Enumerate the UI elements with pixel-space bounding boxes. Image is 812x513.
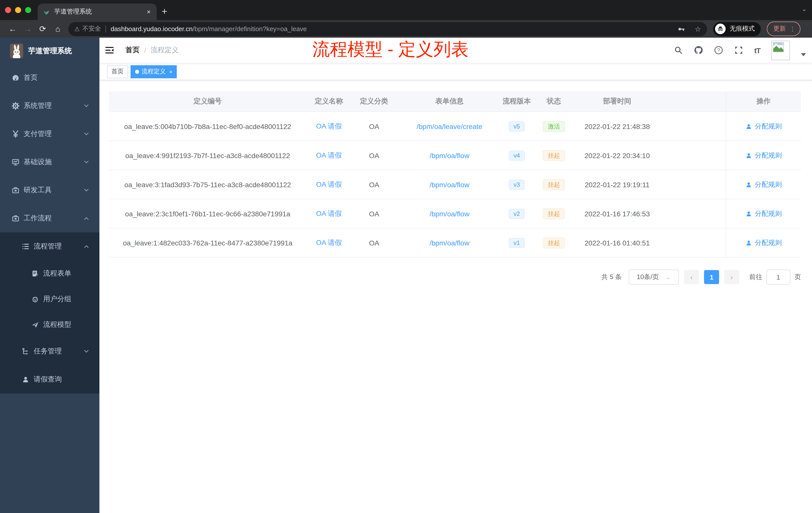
password-key-icon[interactable] (678, 25, 686, 33)
chevron-icon (83, 243, 89, 249)
filler-cell (658, 170, 726, 199)
menu-item-icon (22, 242, 30, 250)
home-button[interactable]: ⌂ (50, 24, 65, 33)
menu-item-label: 基础设施 (24, 158, 52, 167)
sidebar-menu-item[interactable]: 任务管理 (0, 337, 99, 365)
bookmark-star-icon[interactable]: ☆ (695, 25, 701, 33)
filler-cell (658, 141, 726, 170)
tab-close-icon[interactable]: × (146, 8, 152, 16)
sidebar-menu-item[interactable]: 流程管理 (0, 233, 99, 261)
sidebar-menu-item[interactable]: 研发工具 (0, 176, 99, 204)
user-avatar-broken-image[interactable] (771, 40, 790, 60)
status-badge: 激活 (543, 121, 565, 132)
assign-rule-link[interactable]: 分配规则 (745, 209, 782, 218)
navbar-actions: tT (674, 40, 812, 60)
github-icon[interactable] (694, 46, 703, 55)
tab-overview-caret-icon[interactable]: ⌄ (802, 5, 807, 12)
form-info-link[interactable]: /bpm/oa/flow (430, 239, 469, 247)
sidebar-menu-item[interactable]: 流程模型 (0, 312, 99, 337)
browser-menu-dots-icon[interactable]: ⋮ (789, 25, 795, 32)
sidebar-menu-item[interactable]: 请假查询 (0, 365, 99, 394)
chevron-icon (83, 215, 89, 221)
breadcrumb-current: 流程定义 (151, 46, 179, 55)
search-icon[interactable] (674, 46, 683, 55)
form-info-link[interactable]: /bpm/oa/flow (430, 210, 469, 218)
menu-item-icon (31, 295, 39, 303)
definition-name-link[interactable]: OA 请假 (316, 180, 342, 189)
chevron-icon (83, 103, 89, 109)
incognito-icon (715, 24, 726, 34)
sidebar-menu-item[interactable]: 支付管理 (0, 120, 99, 148)
chevron-icon (83, 349, 89, 354)
help-icon[interactable] (714, 46, 723, 55)
definition-name-link[interactable]: OA 请假 (316, 151, 342, 160)
browser-update-button[interactable]: 更新 ⋮ (767, 22, 801, 36)
assign-rule-link[interactable]: 分配规则 (745, 238, 782, 247)
version-badge: v2 (509, 209, 525, 219)
breadcrumb-home[interactable]: 首页 (125, 46, 140, 55)
table-row: oa_leave:1:482ec033-762a-11ec-8477-a2380… (109, 229, 801, 258)
version-badge: v5 (509, 121, 525, 131)
assign-rule-link[interactable]: 分配规则 (745, 122, 782, 131)
form-info-link[interactable]: /bpm/oa/flow (430, 151, 469, 159)
sidebar-menu-item[interactable]: 用户分组 (0, 286, 99, 312)
page-size-select[interactable]: 10条/页 ⌄ (629, 270, 679, 284)
address-bar[interactable]: ⚠ 不安全 dashboard.yudao.iocoder.cn/bpm/man… (68, 22, 707, 36)
menu-item-icon (11, 74, 20, 82)
current-page-button[interactable]: 1 (704, 270, 719, 284)
sidebar-menu-item[interactable]: 工作流程 (0, 204, 99, 233)
goto-label: 前往 (749, 273, 762, 281)
version-badge: v1 (509, 238, 525, 248)
sidebar-menu-item[interactable]: 系统管理 (0, 92, 99, 120)
assign-rule-link[interactable]: 分配规则 (745, 151, 782, 160)
form-info-link[interactable]: /bpm/oa/leave/create (416, 122, 482, 130)
prev-page-button[interactable]: ‹ (684, 270, 699, 284)
assign-rule-label: 分配规则 (755, 122, 782, 131)
select-caret-icon: ⌄ (666, 274, 671, 280)
goto-page-input[interactable]: 1 (766, 270, 790, 284)
fullscreen-icon[interactable] (734, 46, 743, 55)
sidebar-menu-item[interactable]: 首页 (0, 64, 99, 92)
menu-item-icon (22, 375, 30, 384)
definition-category: OA (351, 141, 397, 170)
reload-button[interactable]: ⟳ (35, 24, 50, 34)
browser-toolbar: ← → ⟳ ⌂ ⚠ 不安全 dashboard.yudao.iocoder.cn… (0, 20, 812, 38)
definition-name-link[interactable]: OA 请假 (316, 122, 342, 131)
window-controls[interactable] (5, 7, 31, 13)
definition-id: oa_leave:3:1fad3d93-7b75-11ec-a3c8-acde4… (109, 170, 306, 199)
view-tag[interactable]: 首页 (107, 65, 128, 78)
col-status: 状态 (531, 91, 577, 112)
pagination: 共 5 条 10条/页 ⌄ ‹ 1 › 前往 1 页 (109, 270, 801, 284)
menu-item-label: 工作流程 (24, 214, 52, 223)
sidebar-logo-row[interactable]: 芋道管理系统 (0, 38, 99, 64)
form-info-link[interactable]: /bpm/oa/flow (430, 180, 469, 188)
back-button[interactable]: ← (5, 24, 20, 33)
chevron-icon (83, 187, 89, 193)
definition-name-link[interactable]: OA 请假 (316, 238, 342, 247)
new-tab-button[interactable]: + (162, 5, 167, 18)
breadcrumb-separator: / (144, 46, 146, 54)
view-tag[interactable]: 流程定义 (130, 65, 177, 78)
definition-category: OA (351, 112, 397, 141)
sidebar-collapse-icon[interactable] (106, 47, 114, 54)
sidebar-menu-item[interactable]: 基础设施 (0, 148, 99, 176)
next-page-button[interactable]: › (724, 270, 739, 284)
col-definition-name: 定义名称 (306, 91, 351, 112)
close-window-button[interactable] (5, 7, 11, 13)
font-size-icon[interactable]: tT (754, 46, 760, 55)
tag-close-icon[interactable] (169, 68, 173, 74)
assign-rule-label: 分配规则 (755, 180, 782, 189)
filler-cell (658, 112, 726, 141)
sidebar-menu-item[interactable]: 流程表单 (0, 261, 99, 286)
not-secure-label[interactable]: 不安全 (82, 25, 101, 33)
menu-item-label: 研发工具 (24, 186, 52, 195)
assign-rule-link[interactable]: 分配规则 (745, 180, 782, 189)
update-label[interactable]: 更新 (773, 25, 786, 33)
browser-tab[interactable]: 芋道管理系统 × (38, 3, 157, 20)
tags-view-bar: 首页 流程定义 (99, 63, 812, 80)
zoom-window-button[interactable] (25, 7, 31, 13)
definition-name-link[interactable]: OA 请假 (316, 209, 342, 218)
minimize-window-button[interactable] (15, 7, 21, 13)
avatar-dropdown-caret-icon[interactable] (801, 53, 806, 56)
col-process-version: 流程版本 (502, 91, 531, 112)
